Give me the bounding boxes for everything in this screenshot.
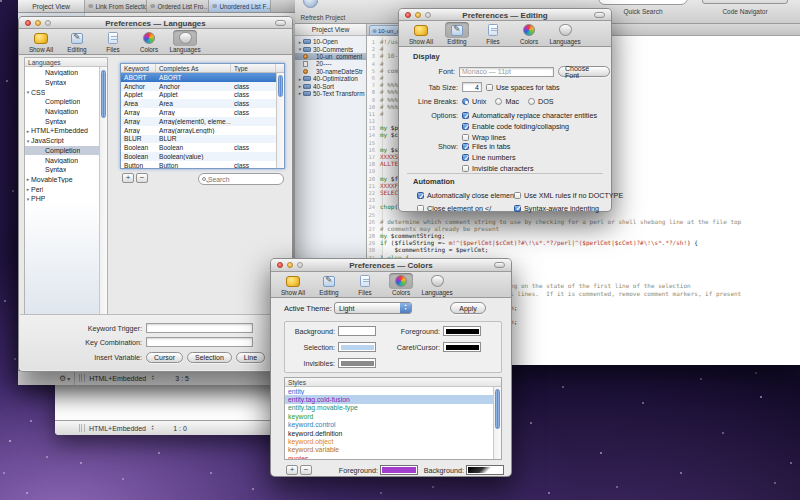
document-tab[interactable]: Ordered List Fro… [147,0,209,12]
theme-popup[interactable]: Light ▲▼ [334,302,412,314]
toolbar-toggle-button[interactable] [494,262,505,268]
table-row[interactable]: Boolean Boolean class [121,143,284,152]
style-background-swatch[interactable] [466,465,504,475]
table-row[interactable]: Area Area class [121,99,284,108]
color-well[interactable] [338,326,376,336]
toolbar-toggle-button[interactable] [594,12,605,18]
table-row[interactable]: Anchor Anchor class [121,82,284,91]
prefs-toolbar-item[interactable]: Colors [133,30,165,53]
insert-variable-button[interactable]: Line [236,352,265,363]
language-list-item[interactable]: PHP [25,194,107,204]
table-row[interactable]: Button Button class [121,161,284,169]
file-tree-item[interactable]: 10-Open [295,38,366,45]
document-tab[interactable]: Link From Selection [85,0,147,12]
prefs-toolbar-item[interactable]: Show All [277,273,309,296]
language-list-item[interactable]: Perl [25,184,107,194]
form-input[interactable] [146,323,253,333]
column-header[interactable]: Keyword [121,64,156,72]
file-tree-item[interactable]: 40-Optimization [295,75,366,82]
style-list-item[interactable]: quotes [285,454,501,459]
show-checkbox[interactable]: Files in tabs [462,142,534,151]
document-tab[interactable]: Unordered List F… [209,0,271,12]
prefs-toolbar-item[interactable]: Files [477,22,509,45]
splitter-grip-icon[interactable] [79,424,85,432]
scrollbar[interactable] [99,67,107,316]
option-checkbox[interactable]: Enable code folding/collapsing [462,122,597,131]
table-row[interactable]: Array Array(element0, eleme… [121,117,284,126]
title-bar[interactable]: Preferences — Languages [19,17,292,29]
prefs-toolbar-item[interactable]: Languages [169,30,201,53]
language-list-item[interactable]: Syntax [25,116,107,126]
action-menu[interactable] [55,371,75,385]
style-list-item[interactable]: entity [285,387,501,395]
language-popup[interactable]: HTML+Embedded [89,425,146,432]
column-header[interactable]: Completes As [156,64,231,72]
language-list-item[interactable]: JavaScript [25,136,107,146]
table-row[interactable]: ABORT ABORT [121,73,284,82]
font-field[interactable] [459,67,554,77]
line-break-radio[interactable]: Mac [495,97,519,106]
style-list-item[interactable]: keyword.control [285,421,501,429]
scroll-thumb[interactable] [495,389,500,429]
prefs-toolbar-item[interactable]: Languages [421,273,453,296]
prefs-toolbar-item[interactable]: Editing [61,30,93,53]
line-break-radio[interactable]: DOS [528,97,554,106]
use-spaces-checkbox[interactable]: Use spaces for tabs [486,83,560,92]
style-list-item[interactable]: keyword.object [285,437,501,445]
color-well[interactable] [338,358,376,368]
title-bar[interactable]: Preferences — Colors [271,259,511,272]
insert-variable-button[interactable]: Selection [187,352,232,363]
color-well[interactable] [443,326,481,336]
insert-variable-button[interactable]: Cursor [146,352,183,363]
table-row[interactable]: Applet Applet class [121,91,284,100]
automation-checkbox[interactable]: Use XML rules if no DOCTYPE [514,191,623,200]
language-list-item[interactable]: CSS [25,87,107,97]
prefs-toolbar-item[interactable]: Show All [405,22,437,45]
table-row[interactable]: Array Array(arrayLength) [121,126,284,135]
language-list-item[interactable]: Syntax [25,78,107,88]
search-field[interactable] [198,173,284,185]
prefs-toolbar-item[interactable]: Colors [385,273,417,296]
add-style-button[interactable]: + [286,465,298,475]
scroll-thumb[interactable] [101,70,106,118]
column-header[interactable]: Type [231,64,276,72]
refresh-project-icon[interactable] [303,0,318,8]
language-list-item[interactable]: MovableType [25,175,107,185]
quick-search-input[interactable] [598,0,688,5]
color-well[interactable] [338,342,376,352]
prefs-toolbar-item[interactable]: Editing [313,273,345,296]
remove-style-button[interactable]: − [300,465,312,475]
prefs-toolbar-item[interactable]: Languages [549,22,581,45]
file-tree-item[interactable]: 30-nameDateStr [295,68,366,75]
remove-keyword-button[interactable]: − [136,173,148,183]
line-break-radio[interactable]: Unix [462,97,486,106]
file-tree-item[interactable]: 40-Sort [295,82,366,89]
table-row[interactable]: BLUR BLUR [121,135,284,144]
prefs-toolbar-item[interactable]: Colors [513,22,545,45]
apply-button[interactable]: Apply [450,302,486,314]
splitter-grip-icon[interactable] [79,374,85,382]
title-bar[interactable]: Preferences — Editing [399,9,611,21]
prefs-toolbar-item[interactable]: Editing [441,22,473,45]
show-checkbox[interactable]: Line numbers [462,153,534,162]
file-tree-item[interactable]: 30-Comments [295,45,366,52]
tab-size-field[interactable] [462,82,482,92]
file-tree-item[interactable]: 10-un_comment [295,53,366,60]
file-tree-item[interactable]: 50-Text Transform [295,90,366,97]
language-list-item[interactable]: HTML+Embedded [25,126,107,136]
style-list-item[interactable]: entity.tag.movable-type [285,404,501,412]
style-list-item[interactable]: entity.tag.cold-fusion [285,395,501,403]
style-list-item[interactable]: keyword [285,412,501,420]
style-list-item[interactable]: keyword.definition [285,429,501,437]
form-input[interactable] [146,337,253,347]
automation-checkbox[interactable]: Syntax-aware indenting [514,204,623,213]
language-list-item[interactable]: Navigation [25,68,107,78]
scroll-thumb[interactable] [278,75,283,97]
scrollbar[interactable] [493,387,501,459]
language-list-item[interactable]: Completion [25,146,107,156]
table-row[interactable]: Boolean Boolean(value) [121,152,284,161]
prefs-toolbar-item[interactable]: Show All [25,30,57,53]
color-well[interactable] [443,342,481,352]
language-list-item[interactable]: Completion [25,97,107,107]
scrollbar[interactable] [276,73,284,168]
